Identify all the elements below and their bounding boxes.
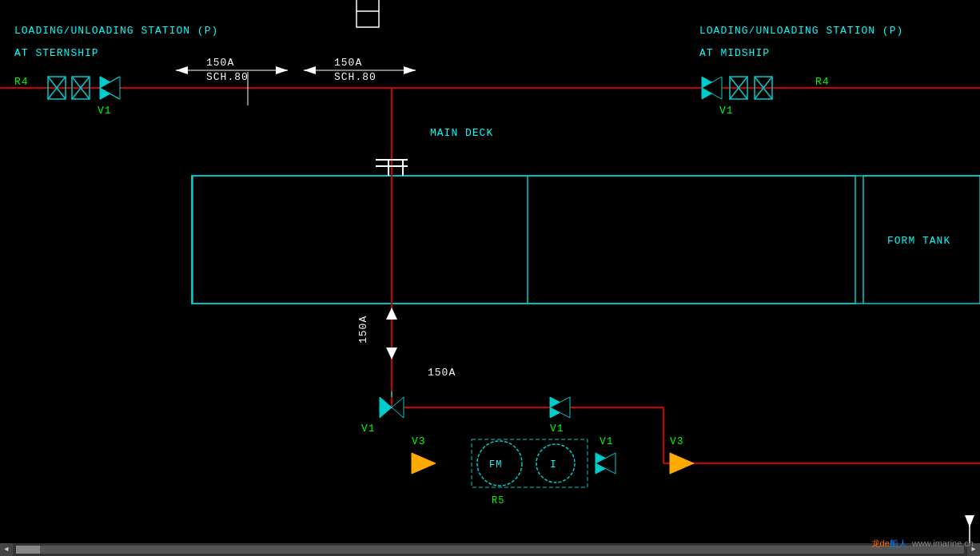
v1-right-label: V1: [719, 105, 734, 117]
svg-marker-49: [386, 348, 397, 359]
svg-marker-47: [404, 66, 416, 74]
diagram-canvas: R4 V1 R4 V1: [0, 0, 980, 556]
watermark-url: www.imarine.cn: [912, 538, 974, 548]
watermark-orange: 龙de: [871, 538, 890, 548]
schematic-diagram: R4 V1 R4 V1: [0, 0, 980, 556]
svg-rect-3: [192, 176, 855, 304]
pipe-size-1-label: 150A: [206, 57, 234, 69]
svg-marker-48: [386, 308, 397, 320]
v3-left-label: V3: [412, 435, 426, 447]
svg-marker-44: [276, 66, 288, 74]
r4-left-label: R4: [14, 76, 29, 88]
title-right: LOADING/UNLOADING STATION (P): [699, 25, 903, 37]
v1-mid2-label: V1: [550, 423, 564, 435]
fm-label: FM: [489, 459, 502, 471]
pipe-size-2-label: 150A: [334, 57, 362, 69]
r4-right-label: R4: [815, 76, 830, 88]
svg-marker-46: [304, 66, 316, 74]
title-left: LOADING/UNLOADING STATION (P): [14, 25, 218, 37]
subtitle-right: AT MIDSHIP: [699, 47, 770, 59]
i-label: I: [550, 459, 557, 471]
v1-mid3-label: V1: [600, 435, 614, 447]
watermark: 龙de船人 www.imarine.cn: [871, 538, 974, 550]
pipe-sch-2-label: SCH.80: [334, 71, 376, 83]
pipe-sch-1-label: SCH.80: [206, 71, 249, 83]
svg-marker-61: [670, 453, 694, 474]
main-deck-label: MAIN DECK: [430, 127, 493, 139]
pipe-size-lower-label: 150A: [428, 367, 456, 379]
v1-left-label: V1: [98, 105, 112, 117]
svg-marker-50: [380, 397, 392, 418]
subtitle-left: AT STERNSHIP: [14, 47, 99, 59]
svg-marker-51: [392, 397, 404, 418]
svg-marker-43: [176, 66, 188, 74]
v3-right-label: V3: [670, 435, 684, 447]
scrollbar-thumb[interactable]: [16, 546, 40, 554]
watermark-blue: 船人: [890, 538, 907, 548]
svg-marker-57: [412, 453, 436, 474]
pipe-size-vertical-label: 150A: [357, 316, 369, 344]
scroll-left-btn[interactable]: ◄: [0, 543, 13, 556]
scrollbar[interactable]: ◄ ►: [0, 543, 980, 556]
v1-mid1-label: V1: [361, 423, 376, 435]
r5-label: R5: [492, 495, 504, 506]
form-tank-label: FORM TANK: [887, 235, 950, 247]
scrollbar-track[interactable]: [16, 546, 964, 554]
svg-rect-64: [357, 11, 379, 27]
